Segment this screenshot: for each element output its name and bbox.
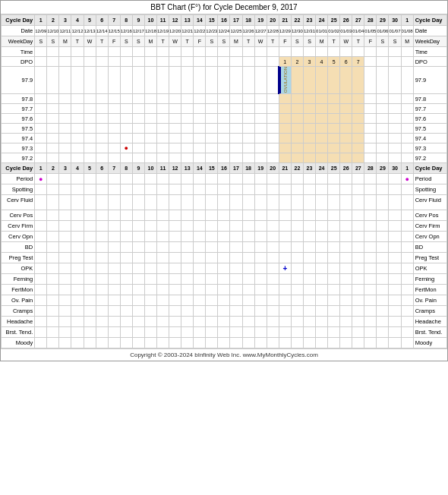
cramps-label-right: Cramps <box>413 306 446 317</box>
cerv-fluid-row: Cerv Fluid Cerv Fluid <box>2 195 447 210</box>
cycle-day-bottom-row: Cycle Day 123456789101112131415161718192… <box>2 163 447 174</box>
cerv-pos-row: Cerv Pos Cerv Pos <box>2 210 447 221</box>
cd-13: 13 <box>181 15 194 26</box>
temp-label-978: 97.8 <box>2 94 35 104</box>
bbt-table: Cycle Day 1 2 3 4 5 6 7 8 9 10 11 12 13 … <box>1 14 447 348</box>
cd-5: 5 <box>84 15 96 26</box>
ferning-label-right: Ferning <box>413 274 446 285</box>
cd-20: 20 <box>267 15 279 26</box>
cd-16: 16 <box>218 15 230 26</box>
date-label: Date <box>2 26 35 36</box>
cramps-label: Cramps <box>2 306 35 317</box>
spotting-row: Spotting Spotting <box>2 184 447 195</box>
period-label: Period <box>2 174 35 184</box>
moody-label: Moody <box>2 338 35 348</box>
dpo-5: 5 <box>328 57 340 67</box>
temp-label-976: 97.6 <box>2 114 35 124</box>
spotting-label-right: Spotting <box>413 184 446 195</box>
time-row: Time Time <box>2 47 447 57</box>
cd-15: 15 <box>206 15 218 26</box>
ov-pain-row: Ov. Pain Ov. Pain <box>2 295 447 306</box>
fertmon-label-right: FertMon <box>413 285 446 295</box>
temp-label-972: 97.2 <box>2 153 35 163</box>
cramps-row: Cramps Cramps <box>2 306 447 317</box>
cd-2: 2 <box>47 15 59 26</box>
dpo-2: 2 <box>291 57 303 67</box>
time-label-right: Time <box>413 47 446 57</box>
cd-14: 14 <box>194 15 206 26</box>
cerv-fluid-label-right: Cerv Fluid <box>413 195 446 210</box>
cd-19: 19 <box>254 15 267 26</box>
temp-label-973: 97.3 <box>2 143 35 153</box>
opk-plus-sign: + <box>282 264 287 273</box>
preg-test-row: Preg Test Preg Test <box>2 253 447 263</box>
temp-label-974-right: 97.4 <box>413 134 446 143</box>
cd-22: 22 <box>291 15 303 26</box>
headache-label-right: Headache <box>413 317 446 327</box>
dpo-label-right: DPO <box>413 57 446 67</box>
headache-row: Headache Headache <box>2 317 447 327</box>
ferning-row: Ferning Ferning <box>2 274 447 285</box>
cd-30: 30 <box>389 15 401 26</box>
dpo-7: 7 <box>352 57 364 67</box>
cerv-opn-label: Cerv Opn <box>2 232 35 242</box>
cd-11: 11 <box>157 15 169 26</box>
cycle-day-bottom-label: Cycle Day <box>2 163 35 174</box>
cd-28: 28 <box>364 15 377 26</box>
temp-row-976: 97.6 97.6 <box>2 114 447 124</box>
cd-26: 26 <box>340 15 352 26</box>
temp-label-978-right: 97.8 <box>413 94 446 104</box>
cycle-day-header-row: Cycle Day 1 2 3 4 5 6 7 8 9 10 11 12 13 … <box>2 15 447 26</box>
cd-1: 1 <box>35 15 47 26</box>
cerv-firm-label-right: Cerv Firm <box>413 221 446 232</box>
dpo-4: 4 <box>316 57 328 67</box>
cd-23: 23 <box>303 15 315 26</box>
temp-row-973: 97.3 ● 97.3 <box>2 143 447 153</box>
cycle-day-label-right: Cycle Day <box>413 15 446 26</box>
cd-25: 25 <box>328 15 340 26</box>
cd-7: 7 <box>108 15 120 26</box>
cd-24: 24 <box>316 15 328 26</box>
bd-label: BD <box>2 242 35 253</box>
date-label-right: Date <box>413 26 446 36</box>
cerv-pos-label: Cerv Pos <box>2 210 35 221</box>
dpo-6: 6 <box>340 57 352 67</box>
dpo-label: DPO <box>2 57 35 67</box>
temp-label-979: 97.9 <box>2 67 35 94</box>
temp-row-977: 97.7 97.7 <box>2 104 447 114</box>
period-dot-31: ● <box>405 175 409 183</box>
preg-test-label: Preg Test <box>2 253 35 263</box>
weekday-row: WeekDay S S M T W T F S S M T W T F S S … <box>2 36 447 47</box>
cd-17: 17 <box>230 15 242 26</box>
period-row: Period ● ● Period <box>2 174 447 184</box>
ferning-label: Ferning <box>2 274 35 285</box>
cerv-fluid-label: Cerv Fluid <box>2 195 35 210</box>
cd-9: 9 <box>132 15 144 26</box>
brst-tend-label-right: Brst. Tend. <box>413 327 446 338</box>
bd-row: BD BD <box>2 242 447 253</box>
cd-31: 1 <box>401 15 413 26</box>
brst-tend-label: Brst. Tend. <box>2 327 35 338</box>
moody-row: Moody Moody <box>2 338 447 348</box>
dpo-row: DPO 1 2 3 4 5 6 7 DPO <box>2 57 447 67</box>
temp-row-979: 97.9 OVULATION 97.9 <box>2 67 447 94</box>
temp-row-974: 97.4 97.4 <box>2 134 447 143</box>
cerv-pos-label-right: Cerv Pos <box>413 210 446 221</box>
cd-3: 3 <box>59 15 71 26</box>
temp-row-972: 97.2 97.2 <box>2 153 447 163</box>
brst-tend-row: Brst. Tend. Brst. Tend. <box>2 327 447 338</box>
cerv-firm-row: Cerv Firm Cerv Firm <box>2 221 447 232</box>
cd-18: 18 <box>242 15 254 26</box>
weekday-label: WeekDay <box>2 36 35 47</box>
cd-10: 10 <box>144 15 156 26</box>
cd-12: 12 <box>169 15 181 26</box>
opk-row: OPK + OPK <box>2 263 447 274</box>
temp-label-974: 97.4 <box>2 134 35 143</box>
headache-label: Headache <box>2 317 35 327</box>
cerv-opn-row: Cerv Opn Cerv Opn <box>2 232 447 242</box>
cd-29: 29 <box>377 15 389 26</box>
temp-label-972-right: 97.2 <box>413 153 446 163</box>
period-label-right: Period <box>413 174 446 184</box>
cd-6: 6 <box>96 15 108 26</box>
dpo-1: 1 <box>279 57 291 67</box>
